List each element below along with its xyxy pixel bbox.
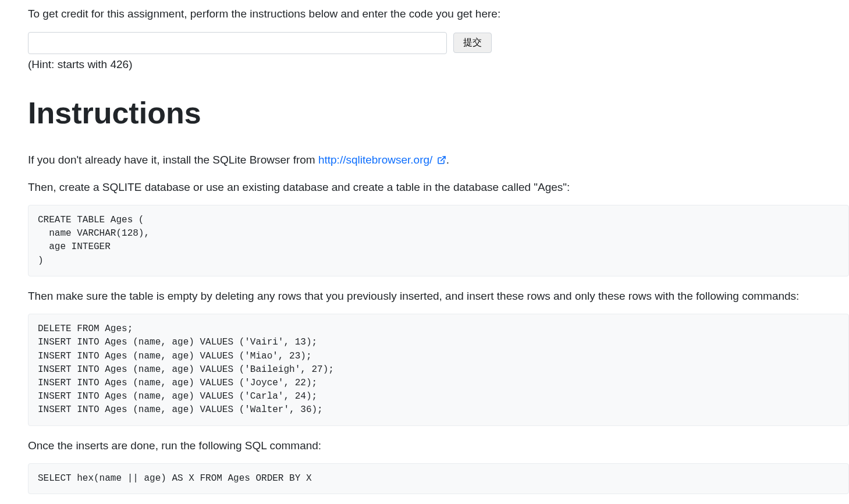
- external-link-icon: [437, 153, 446, 170]
- create-table-code: CREATE TABLE Ages ( name VARCHAR(128), a…: [28, 205, 849, 276]
- install-text-b: .: [446, 154, 449, 166]
- answer-input[interactable]: [28, 32, 447, 54]
- answer-form: 提交: [28, 32, 849, 54]
- select-code: SELECT hex(name || age) AS X FROM Ages O…: [28, 463, 849, 494]
- credit-prompt: To get credit for this assignment, perfo…: [28, 6, 849, 23]
- select-paragraph: Once the inserts are done, run the follo…: [28, 438, 849, 455]
- instructions-heading: Instructions: [28, 90, 849, 136]
- svg-line-0: [441, 157, 445, 161]
- link-label: http://sqlitebrowser.org/: [318, 154, 432, 166]
- insert-code: DELETE FROM Ages; INSERT INTO Ages (name…: [28, 314, 849, 425]
- submit-button[interactable]: 提交: [453, 33, 492, 53]
- create-table-paragraph: Then, create a SQLITE database or use an…: [28, 179, 849, 196]
- install-paragraph: If you don't already have it, install th…: [28, 152, 849, 170]
- insert-paragraph: Then make sure the table is empty by del…: [28, 288, 849, 305]
- install-text-a: If you don't already have it, install th…: [28, 154, 318, 166]
- hint-text: (Hint: starts with 426): [28, 56, 849, 73]
- sqlitebrowser-link[interactable]: http://sqlitebrowser.org/: [318, 154, 446, 166]
